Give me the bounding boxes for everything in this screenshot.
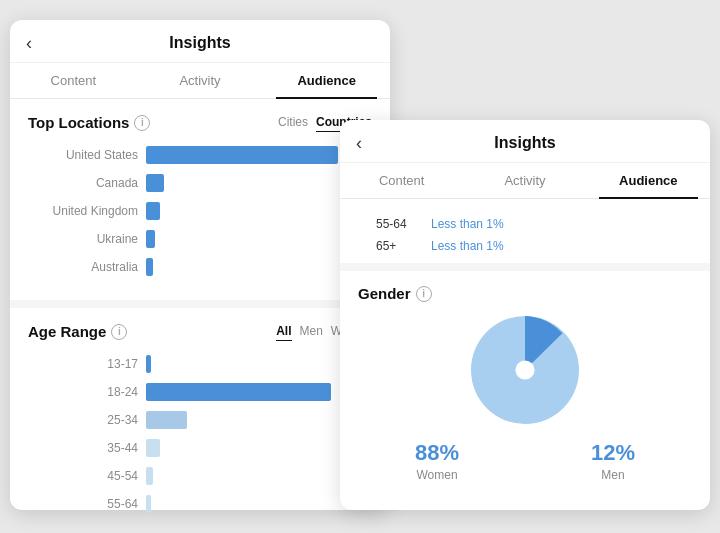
location-label-2: United Kingdom	[28, 204, 138, 218]
tab-activity-back[interactable]: Activity	[137, 63, 264, 98]
men-percentage: 12%	[591, 440, 635, 466]
tab-audience-back[interactable]: Audience	[263, 63, 390, 98]
location-track-1	[146, 174, 372, 192]
front-card-tabs: Content Activity Audience	[340, 163, 710, 199]
back-card: ‹ Insights Content Activity Audience Top…	[10, 20, 390, 510]
location-bar-row-1: Canada	[28, 174, 372, 192]
pie-center	[515, 360, 534, 379]
location-bar-1	[146, 174, 164, 192]
all-toggle[interactable]: All	[276, 322, 291, 341]
back-button[interactable]: ‹	[26, 33, 32, 54]
men-stat: 12% Men	[591, 440, 635, 482]
men-label: Men	[591, 468, 635, 482]
front-card-title: Insights	[494, 134, 555, 152]
gender-stats: 88% Women 12% Men	[415, 440, 635, 482]
front-age-row-1: 65+ Less than 1%	[376, 235, 674, 257]
location-track-4	[146, 258, 372, 276]
age-track-1	[146, 383, 372, 401]
men-toggle[interactable]: Men	[300, 322, 323, 341]
gender-info-icon[interactable]: i	[416, 286, 432, 302]
age-range-info-icon[interactable]: i	[111, 324, 127, 340]
location-bar-4	[146, 258, 153, 276]
top-locations-info-icon[interactable]: i	[134, 115, 150, 131]
age-bar-row-5: 55-64	[28, 495, 372, 513]
location-bar-0	[146, 146, 338, 164]
age-bar-0	[146, 355, 151, 373]
location-bar-row-2: United Kingdom	[28, 202, 372, 220]
women-label: Women	[415, 468, 459, 482]
location-track-0	[146, 146, 372, 164]
location-label-0: United States	[28, 148, 138, 162]
age-bar-row-3: 35-44	[28, 439, 372, 457]
tab-content-back[interactable]: Content	[10, 63, 137, 98]
front-age-range-1: 65+	[376, 239, 431, 253]
front-age-value-0: Less than 1%	[431, 217, 504, 231]
age-bar-5	[146, 495, 151, 513]
location-label-3: Ukraine	[28, 232, 138, 246]
location-track-2	[146, 202, 372, 220]
front-age-section: 55-64 Less than 1% 65+ Less than 1%	[340, 199, 710, 263]
age-track-0	[146, 355, 372, 373]
age-bar-row-0: 13-17	[28, 355, 372, 373]
back-card-title: Insights	[169, 34, 230, 52]
location-bar-row-0: United States	[28, 146, 372, 164]
gender-section: Gender i 88% Women	[340, 271, 710, 496]
age-range-title: Age Range i	[28, 323, 127, 340]
women-stat: 88% Women	[415, 440, 459, 482]
age-label-1: 18-24	[28, 385, 138, 399]
top-locations-header: Top Locations i Cities Countries	[28, 113, 372, 132]
location-bar-3	[146, 230, 155, 248]
age-label-3: 35-44	[28, 441, 138, 455]
age-label-5: 55-64	[28, 497, 138, 511]
back-card-tabs: Content Activity Audience	[10, 63, 390, 99]
front-age-table: 55-64 Less than 1% 65+ Less than 1%	[358, 213, 692, 257]
age-range-section: Age Range i All Men Women 13-17 18-24	[10, 308, 390, 533]
gender-title: Gender i	[358, 285, 692, 302]
back-card-header: ‹ Insights	[10, 20, 390, 63]
top-locations-title: Top Locations i	[28, 114, 150, 131]
tab-audience-front[interactable]: Audience	[587, 163, 710, 198]
front-divider	[340, 263, 710, 271]
location-track-3	[146, 230, 372, 248]
age-bar-3	[146, 439, 160, 457]
location-bar-row-4: Australia	[28, 258, 372, 276]
location-label-1: Canada	[28, 176, 138, 190]
age-track-3	[146, 439, 372, 457]
age-track-5	[146, 495, 372, 513]
age-bar-rows: 13-17 18-24 25-34 35-44	[28, 355, 372, 513]
age-bar-row-4: 45-54	[28, 467, 372, 485]
cities-toggle[interactable]: Cities	[278, 113, 308, 132]
age-bar-2	[146, 411, 187, 429]
front-back-button[interactable]: ‹	[356, 133, 362, 154]
section-divider	[10, 300, 390, 308]
age-bar-row-1: 18-24	[28, 383, 372, 401]
age-label-4: 45-54	[28, 469, 138, 483]
front-card: ‹ Insights Content Activity Audience 55-…	[340, 120, 710, 510]
front-age-row-0: 55-64 Less than 1%	[376, 213, 674, 235]
tab-content-front[interactable]: Content	[340, 163, 463, 198]
tab-activity-front[interactable]: Activity	[463, 163, 586, 198]
women-percentage: 88%	[415, 440, 459, 466]
front-age-value-1: Less than 1%	[431, 239, 504, 253]
age-bar-1	[146, 383, 331, 401]
location-label-4: Australia	[28, 260, 138, 274]
front-age-range-0: 55-64	[376, 217, 431, 231]
location-bar-2	[146, 202, 160, 220]
location-bar-row-3: Ukraine	[28, 230, 372, 248]
front-card-header: ‹ Insights	[340, 120, 710, 163]
age-bar-row-2: 25-34	[28, 411, 372, 429]
age-range-header: Age Range i All Men Women	[28, 322, 372, 341]
age-track-4	[146, 467, 372, 485]
gender-chart-container: 88% Women 12% Men	[358, 310, 692, 482]
age-bar-4	[146, 467, 153, 485]
age-track-2	[146, 411, 372, 429]
top-locations-section: Top Locations i Cities Countries United …	[10, 99, 390, 300]
gender-pie-chart	[465, 310, 585, 430]
age-label-0: 13-17	[28, 357, 138, 371]
age-label-2: 25-34	[28, 413, 138, 427]
